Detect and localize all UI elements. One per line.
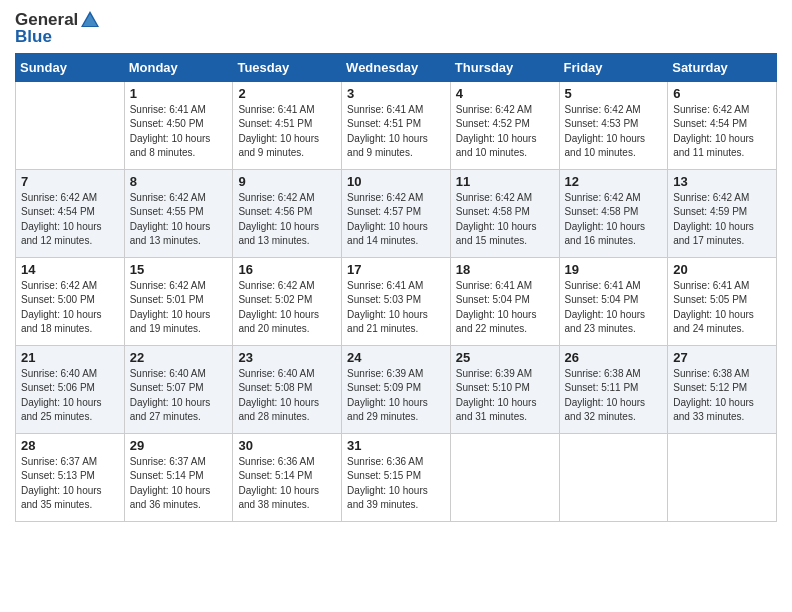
day-info: Sunrise: 6:42 AM Sunset: 4:54 PM Dayligh… (21, 191, 119, 249)
day-of-week-header: Monday (124, 53, 233, 81)
calendar-cell: 22Sunrise: 6:40 AM Sunset: 5:07 PM Dayli… (124, 345, 233, 433)
day-number: 15 (130, 262, 228, 277)
calendar-cell: 31Sunrise: 6:36 AM Sunset: 5:15 PM Dayli… (342, 433, 451, 521)
calendar-cell: 29Sunrise: 6:37 AM Sunset: 5:14 PM Dayli… (124, 433, 233, 521)
day-number: 18 (456, 262, 554, 277)
day-of-week-header: Wednesday (342, 53, 451, 81)
calendar-cell: 21Sunrise: 6:40 AM Sunset: 5:06 PM Dayli… (16, 345, 125, 433)
day-number: 23 (238, 350, 336, 365)
day-info: Sunrise: 6:41 AM Sunset: 4:50 PM Dayligh… (130, 103, 228, 161)
day-number: 24 (347, 350, 445, 365)
day-of-week-header: Saturday (668, 53, 777, 81)
calendar-cell: 28Sunrise: 6:37 AM Sunset: 5:13 PM Dayli… (16, 433, 125, 521)
day-number: 16 (238, 262, 336, 277)
calendar-cell: 18Sunrise: 6:41 AM Sunset: 5:04 PM Dayli… (450, 257, 559, 345)
calendar-cell (450, 433, 559, 521)
calendar-cell: 26Sunrise: 6:38 AM Sunset: 5:11 PM Dayli… (559, 345, 668, 433)
day-info: Sunrise: 6:41 AM Sunset: 5:04 PM Dayligh… (565, 279, 663, 337)
calendar-header-row: SundayMondayTuesdayWednesdayThursdayFrid… (16, 53, 777, 81)
calendar-cell: 5Sunrise: 6:42 AM Sunset: 4:53 PM Daylig… (559, 81, 668, 169)
calendar-cell: 20Sunrise: 6:41 AM Sunset: 5:05 PM Dayli… (668, 257, 777, 345)
day-number: 2 (238, 86, 336, 101)
day-number: 30 (238, 438, 336, 453)
day-number: 13 (673, 174, 771, 189)
calendar-cell: 30Sunrise: 6:36 AM Sunset: 5:14 PM Dayli… (233, 433, 342, 521)
day-info: Sunrise: 6:41 AM Sunset: 5:03 PM Dayligh… (347, 279, 445, 337)
day-of-week-header: Tuesday (233, 53, 342, 81)
day-info: Sunrise: 6:37 AM Sunset: 5:13 PM Dayligh… (21, 455, 119, 513)
calendar-cell: 6Sunrise: 6:42 AM Sunset: 4:54 PM Daylig… (668, 81, 777, 169)
calendar-cell: 11Sunrise: 6:42 AM Sunset: 4:58 PM Dayli… (450, 169, 559, 257)
calendar-cell: 1Sunrise: 6:41 AM Sunset: 4:50 PM Daylig… (124, 81, 233, 169)
day-number: 31 (347, 438, 445, 453)
day-info: Sunrise: 6:38 AM Sunset: 5:12 PM Dayligh… (673, 367, 771, 425)
day-info: Sunrise: 6:42 AM Sunset: 5:01 PM Dayligh… (130, 279, 228, 337)
calendar-cell: 24Sunrise: 6:39 AM Sunset: 5:09 PM Dayli… (342, 345, 451, 433)
day-number: 26 (565, 350, 663, 365)
calendar-cell (668, 433, 777, 521)
day-info: Sunrise: 6:42 AM Sunset: 5:00 PM Dayligh… (21, 279, 119, 337)
day-number: 5 (565, 86, 663, 101)
day-number: 25 (456, 350, 554, 365)
calendar-cell: 4Sunrise: 6:42 AM Sunset: 4:52 PM Daylig… (450, 81, 559, 169)
day-info: Sunrise: 6:36 AM Sunset: 5:14 PM Dayligh… (238, 455, 336, 513)
day-of-week-header: Sunday (16, 53, 125, 81)
day-number: 3 (347, 86, 445, 101)
day-number: 11 (456, 174, 554, 189)
day-info: Sunrise: 6:41 AM Sunset: 4:51 PM Dayligh… (347, 103, 445, 161)
logo-blue: Blue (15, 28, 100, 47)
day-info: Sunrise: 6:39 AM Sunset: 5:10 PM Dayligh… (456, 367, 554, 425)
day-number: 9 (238, 174, 336, 189)
day-info: Sunrise: 6:40 AM Sunset: 5:06 PM Dayligh… (21, 367, 119, 425)
day-number: 1 (130, 86, 228, 101)
day-info: Sunrise: 6:42 AM Sunset: 4:56 PM Dayligh… (238, 191, 336, 249)
day-info: Sunrise: 6:42 AM Sunset: 4:59 PM Dayligh… (673, 191, 771, 249)
calendar-cell: 8Sunrise: 6:42 AM Sunset: 4:55 PM Daylig… (124, 169, 233, 257)
day-number: 22 (130, 350, 228, 365)
calendar-cell: 13Sunrise: 6:42 AM Sunset: 4:59 PM Dayli… (668, 169, 777, 257)
calendar-cell: 14Sunrise: 6:42 AM Sunset: 5:00 PM Dayli… (16, 257, 125, 345)
calendar-body: 1Sunrise: 6:41 AM Sunset: 4:50 PM Daylig… (16, 81, 777, 521)
day-info: Sunrise: 6:40 AM Sunset: 5:08 PM Dayligh… (238, 367, 336, 425)
day-info: Sunrise: 6:41 AM Sunset: 4:51 PM Dayligh… (238, 103, 336, 161)
day-info: Sunrise: 6:36 AM Sunset: 5:15 PM Dayligh… (347, 455, 445, 513)
day-info: Sunrise: 6:40 AM Sunset: 5:07 PM Dayligh… (130, 367, 228, 425)
day-info: Sunrise: 6:42 AM Sunset: 4:58 PM Dayligh… (456, 191, 554, 249)
day-number: 12 (565, 174, 663, 189)
calendar-cell (16, 81, 125, 169)
header: General Blue (15, 10, 777, 47)
calendar-cell: 15Sunrise: 6:42 AM Sunset: 5:01 PM Dayli… (124, 257, 233, 345)
calendar-cell: 9Sunrise: 6:42 AM Sunset: 4:56 PM Daylig… (233, 169, 342, 257)
calendar-week-row: 7Sunrise: 6:42 AM Sunset: 4:54 PM Daylig… (16, 169, 777, 257)
day-info: Sunrise: 6:42 AM Sunset: 4:57 PM Dayligh… (347, 191, 445, 249)
calendar-cell: 25Sunrise: 6:39 AM Sunset: 5:10 PM Dayli… (450, 345, 559, 433)
day-info: Sunrise: 6:42 AM Sunset: 5:02 PM Dayligh… (238, 279, 336, 337)
page: General Blue SundayMondayTuesdayWednesda… (0, 0, 792, 612)
day-info: Sunrise: 6:39 AM Sunset: 5:09 PM Dayligh… (347, 367, 445, 425)
calendar-cell: 12Sunrise: 6:42 AM Sunset: 4:58 PM Dayli… (559, 169, 668, 257)
day-number: 6 (673, 86, 771, 101)
day-number: 20 (673, 262, 771, 277)
calendar-cell: 27Sunrise: 6:38 AM Sunset: 5:12 PM Dayli… (668, 345, 777, 433)
day-number: 10 (347, 174, 445, 189)
day-number: 17 (347, 262, 445, 277)
day-number: 21 (21, 350, 119, 365)
logo: General Blue (15, 10, 100, 47)
day-info: Sunrise: 6:42 AM Sunset: 4:58 PM Dayligh… (565, 191, 663, 249)
day-number: 29 (130, 438, 228, 453)
day-info: Sunrise: 6:42 AM Sunset: 4:54 PM Dayligh… (673, 103, 771, 161)
calendar-cell: 3Sunrise: 6:41 AM Sunset: 4:51 PM Daylig… (342, 81, 451, 169)
day-number: 7 (21, 174, 119, 189)
calendar-cell: 23Sunrise: 6:40 AM Sunset: 5:08 PM Dayli… (233, 345, 342, 433)
day-info: Sunrise: 6:42 AM Sunset: 4:55 PM Dayligh… (130, 191, 228, 249)
calendar-cell: 16Sunrise: 6:42 AM Sunset: 5:02 PM Dayli… (233, 257, 342, 345)
calendar-week-row: 28Sunrise: 6:37 AM Sunset: 5:13 PM Dayli… (16, 433, 777, 521)
day-number: 14 (21, 262, 119, 277)
calendar-cell: 19Sunrise: 6:41 AM Sunset: 5:04 PM Dayli… (559, 257, 668, 345)
calendar-cell: 7Sunrise: 6:42 AM Sunset: 4:54 PM Daylig… (16, 169, 125, 257)
calendar-cell (559, 433, 668, 521)
day-of-week-header: Friday (559, 53, 668, 81)
calendar-week-row: 21Sunrise: 6:40 AM Sunset: 5:06 PM Dayli… (16, 345, 777, 433)
day-info: Sunrise: 6:38 AM Sunset: 5:11 PM Dayligh… (565, 367, 663, 425)
calendar-cell: 2Sunrise: 6:41 AM Sunset: 4:51 PM Daylig… (233, 81, 342, 169)
